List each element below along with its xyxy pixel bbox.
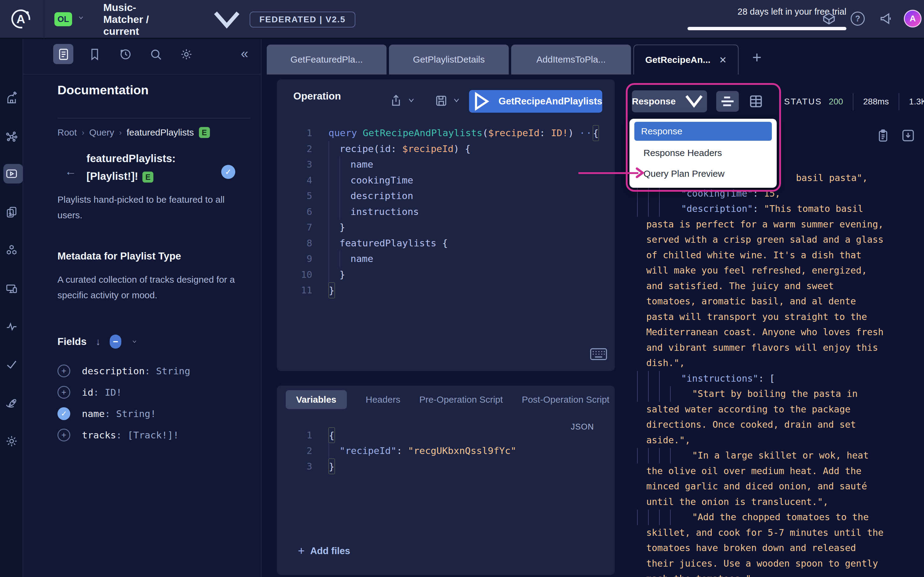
sidebar-item-changes[interactable] [5,206,18,219]
add-field-icon[interactable]: + [57,429,70,442]
history-icon[interactable] [119,48,132,61]
field-row-id[interactable]: + id: ID! [57,383,122,401]
code-line: will make you feel refreshed, energized, [637,263,921,279]
metadata-title: Metadata for Playlist Type [57,250,181,262]
sidebar-item-explorer[interactable] [5,167,18,180]
operation-panel: Operation GetRecipeAndPlaylists [277,79,615,371]
sidebar-item-insights[interactable] [5,321,18,334]
share-chevron-down-icon[interactable] [408,98,415,103]
share-icon[interactable] [389,94,403,108]
deselect-all-icon[interactable]: − [110,335,121,349]
tab-label: AddItemsToPla... [536,54,606,65]
search-icon[interactable] [149,48,163,61]
sidebar-item-checks[interactable] [5,358,18,371]
sidebar-item-launches[interactable] [5,397,18,410]
operation-code-editor[interactable]: 1query GetRecipeAndPlaylists($recipeId: … [277,125,615,298]
fields-heading: Fields [57,336,86,347]
code-line: the olive oil over medium heat. Add the [637,463,921,479]
code-line: 10} [277,267,615,283]
sidebar-item-clients[interactable] [5,282,18,295]
add-field-icon[interactable]: + [57,386,70,399]
add-field-icon[interactable]: + [57,364,70,377]
federated-version-badge: FEDERATED | V2.5 [250,11,355,27]
code-line: 2recipe(id: $recipeId) { [277,141,615,157]
stack-icon[interactable] [822,11,836,26]
collapse-docs-icon[interactable]: « [241,46,248,61]
field-row-description[interactable]: + description: String [57,362,191,380]
copy-response-icon[interactable] [876,128,890,143]
field-selected-check-icon[interactable]: ✓ [221,165,235,179]
close-tab-icon[interactable]: ✕ [719,55,727,65]
response-body: basil pasta","cookingTime": 15,"descript… [637,170,921,577]
play-icon [469,90,493,113]
code-line: and satisfied. The juicy and sweet [637,279,921,294]
field-name: name [82,408,105,419]
variables-panel: Variables Headers Pre-Operation Script P… [277,385,615,575]
graph-title-label: Music-Matcher / current [103,2,171,37]
documentation-panel: « Documentation Root › Query › featuredP… [23,39,262,577]
plus-icon: + [298,544,305,558]
code-line: 3} [277,459,615,474]
apollo-logo-icon[interactable]: A [10,8,31,29]
sidebar-item-graph[interactable] [5,131,18,143]
run-operation-button[interactable]: GetRecipeAndPlaylists [469,90,602,113]
tab-add-items-to-playlist[interactable]: AddItemsToPla... [511,45,631,74]
sidebar-item-settings[interactable] [5,435,18,448]
field-title: featuredPlaylists: [Playlist!]!E [86,150,176,185]
org-chevron-down-icon[interactable] [77,15,85,21]
keyboard-shortcuts-icon[interactable] [590,347,607,361]
field-row-name[interactable]: ✓ name: String! [57,405,156,423]
annotation-arrow-line [578,172,638,174]
code-line: "instructions": [ [637,371,921,387]
download-response-icon[interactable] [901,128,916,143]
sidebar-item-home[interactable] [5,92,18,105]
sort-arrow-icon[interactable]: ↓ [95,336,100,347]
tab-variables[interactable]: Variables [286,390,347,409]
add-files-button[interactable]: + Add files [298,544,350,558]
avatar-initial: A [909,14,916,24]
save-chevron-down-icon[interactable] [453,98,460,103]
code-line: "In a large skillet or wok, heat [637,448,921,463]
breadcrumb-root[interactable]: Root [57,127,77,138]
variables-code-editor[interactable]: 1{2"recipeId": "recgUKbxnQssl9fYc"3} [277,427,615,474]
breadcrumb-query[interactable]: Query [89,127,114,138]
field-type: String! [116,408,156,419]
code-line: until the onion is translucent.", [637,494,921,510]
help-icon[interactable]: ? [851,11,865,26]
sidebar-item-subgraphs[interactable] [5,244,18,257]
org-badge[interactable]: OL [54,12,72,26]
code-line: 1query GetRecipeAndPlaylists($recipeId: … [277,125,615,141]
code-line: skillet, and cook for 5-7 minutes until … [637,525,921,541]
tab-headers[interactable]: Headers [366,395,400,405]
docs-title: Documentation [57,83,149,97]
code-line: tomatoes, aromatic basil, and al dente [637,294,921,309]
docs-toolbar: « [23,39,261,74]
tab-pre-operation-script[interactable]: Pre-Operation Script [419,395,502,405]
user-avatar[interactable]: A [904,10,922,27]
megaphone-icon[interactable] [879,11,893,26]
tab-get-playlist-details[interactable]: GetPlaylistDetails [389,45,509,74]
save-icon[interactable] [435,94,448,108]
new-tab-button[interactable]: + [752,48,761,66]
field-checked-icon[interactable]: ✓ [57,407,70,420]
code-line: "description": "This tomato basil [637,201,921,217]
response-size: 1.3KB [909,97,924,106]
field-name: id [82,387,93,398]
code-line: Mediterranean coast. Anyone who loves fr… [637,324,921,340]
back-arrow-icon[interactable]: ← [65,165,76,178]
fields-chevron-down-icon[interactable] [131,339,139,344]
breadcrumb: Root › Query › featuredPlaylists E [57,127,210,138]
operation-title: Operation [293,90,341,102]
bookmark-icon[interactable] [88,48,102,61]
tab-get-featured-playlists[interactable]: GetFeaturedPla... [267,45,386,74]
field-row-tracks[interactable]: + tracks: [Track!]! [57,426,179,444]
status-code: 200 [829,97,843,106]
documentation-icon[interactable] [57,48,70,61]
breadcrumb-current: featuredPlaylists [126,127,194,138]
tab-post-operation-script[interactable]: Post-Operation Script [522,395,610,405]
tab-get-recipe-active[interactable]: GetRecipeAn... ✕ [633,45,738,74]
run-button-label: GetRecipeAndPlaylists [499,96,602,107]
code-line: 2"recipeId": "recgUKbxnQssl9fYc" [277,443,615,459]
schema-settings-icon[interactable] [180,48,193,61]
code-line: minced garlic and diced onion, and sauté [637,479,921,494]
